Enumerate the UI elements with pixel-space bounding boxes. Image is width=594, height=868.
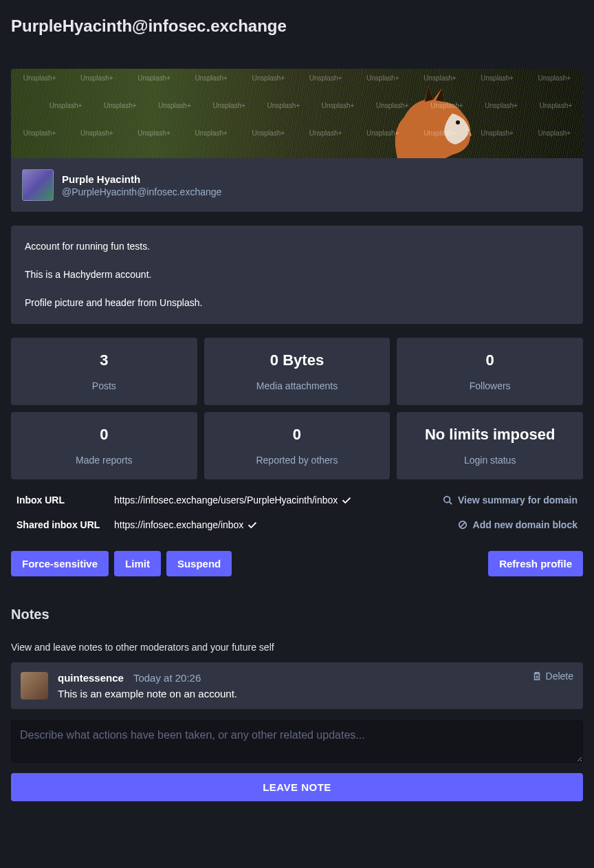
- check-icon: [342, 495, 351, 505]
- note-textarea[interactable]: [11, 720, 583, 763]
- details-table: Inbox URL https://infosec.exchange/users…: [11, 488, 583, 537]
- stats-grid-2: 0 Made reports 0 Reported by others No l…: [11, 412, 583, 479]
- bio-line: This is a Hachyderm account.: [25, 268, 569, 282]
- stat-label: Followers: [404, 380, 576, 391]
- profile-bar: Purple Hyacinth @PurpleHyacinth@infosec.…: [11, 158, 583, 212]
- stat-label: Made reports: [18, 455, 190, 466]
- account-handle: @PurpleHyacinth@infosec.exchange: [62, 186, 221, 197]
- svg-line-2: [450, 502, 452, 505]
- page-title: PurpleHyacinth@infosec.exchange: [11, 17, 583, 36]
- view-summary-link[interactable]: View summary for domain: [443, 495, 578, 506]
- bio-line: Profile picture and header from Unsplash…: [25, 296, 569, 310]
- stat-label: Media attachments: [211, 380, 384, 391]
- note-item: quintessence Today at 20:26 This is an e…: [11, 662, 583, 709]
- stat-value: 0 Bytes: [211, 351, 384, 369]
- leave-note-button[interactable]: LEAVE NOTE: [11, 773, 583, 801]
- details-row-inbox: Inbox URL https://infosec.exchange/users…: [11, 488, 583, 512]
- details-value: https://infosec.exchange/users/PurpleHya…: [114, 495, 443, 506]
- details-label: Inbox URL: [16, 495, 114, 506]
- notes-description: View and leave notes to other moderators…: [11, 642, 583, 653]
- stat-posts[interactable]: 3 Posts: [11, 338, 197, 405]
- avatar: [22, 169, 54, 201]
- details-value: https://infosec.exchange/inbox: [114, 519, 458, 530]
- stat-followers[interactable]: 0 Followers: [397, 338, 583, 405]
- stat-media[interactable]: 0 Bytes Media attachments: [204, 338, 390, 405]
- details-row-shared-inbox: Shared inbox URL https://infosec.exchang…: [11, 512, 583, 537]
- svg-line-4: [460, 523, 465, 528]
- fox-illustration: [377, 83, 487, 158]
- stat-label: Posts: [18, 380, 190, 391]
- trash-icon: [532, 671, 542, 681]
- force-sensitive-button[interactable]: Force-sensitive: [11, 551, 109, 576]
- check-icon: [248, 520, 257, 530]
- stat-login-status: No limits imposed Login status: [397, 412, 583, 479]
- notes-heading: Notes: [11, 607, 583, 622]
- note-avatar: [21, 672, 48, 699]
- header-image: Unsplash+Unsplash+Unsplash+Unsplash+Unsp…: [11, 69, 583, 158]
- note-timestamp: Today at 20:26: [133, 672, 201, 684]
- limit-button[interactable]: Limit: [114, 551, 161, 576]
- stat-value: 0: [211, 426, 384, 444]
- display-name: Purple Hyacinth: [62, 173, 221, 185]
- svg-point-0: [456, 120, 460, 124]
- stat-value: 0: [18, 426, 190, 444]
- action-row: Force-sensitive Limit Suspend Refresh pr…: [11, 551, 583, 576]
- suspend-button[interactable]: Suspend: [166, 551, 232, 576]
- stat-value: 0: [404, 351, 576, 369]
- refresh-profile-button[interactable]: Refresh profile: [488, 551, 583, 576]
- stat-value: No limits imposed: [404, 426, 576, 444]
- stat-label: Login status: [404, 455, 576, 466]
- bio-line: Account for running fun tests.: [25, 239, 569, 254]
- bio-card: Account for running fun tests. This is a…: [11, 226, 583, 324]
- delete-note-button[interactable]: Delete: [532, 671, 573, 682]
- note-author: quintessence: [58, 672, 124, 684]
- svg-point-1: [444, 497, 450, 503]
- profile-header-card: Unsplash+Unsplash+Unsplash+Unsplash+Unsp…: [11, 69, 583, 212]
- stat-label: Reported by others: [211, 455, 384, 466]
- stat-value: 3: [18, 351, 190, 369]
- ban-icon: [458, 520, 468, 530]
- stats-grid: 3 Posts 0 Bytes Media attachments 0 Foll…: [11, 338, 583, 405]
- note-text: This is an example note on an account.: [58, 688, 573, 699]
- stat-reported-by[interactable]: 0 Reported by others: [204, 412, 390, 479]
- search-icon: [443, 495, 452, 505]
- details-label: Shared inbox URL: [16, 519, 114, 530]
- add-domain-block-link[interactable]: Add new domain block: [458, 519, 578, 530]
- watermarks: Unsplash+Unsplash+Unsplash+Unsplash+Unsp…: [11, 69, 583, 158]
- stat-made-reports[interactable]: 0 Made reports: [11, 412, 197, 479]
